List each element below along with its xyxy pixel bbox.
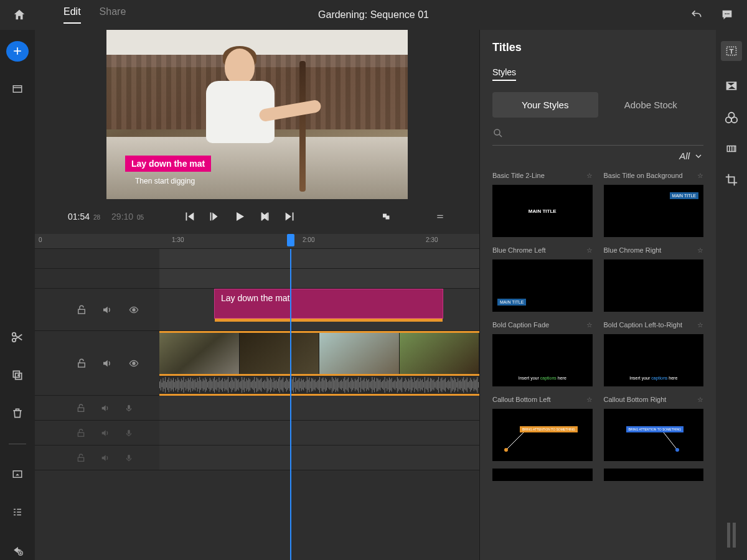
mute-icon[interactable] (100, 428, 111, 438)
time-current: 01:54 28 (68, 212, 100, 222)
expand-panel-icon[interactable] (6, 464, 29, 484)
style-item[interactable]: Basic Title on Background☆ MAIN TITLE (604, 170, 704, 237)
lock-icon[interactable] (76, 304, 87, 316)
project-panel-icon[interactable] (6, 79, 29, 100)
skip-forward-icon[interactable] (283, 210, 297, 223)
audio-meters-icon[interactable] (726, 523, 737, 548)
step-back-icon[interactable] (207, 210, 221, 223)
mute-icon[interactable] (101, 358, 113, 369)
skip-back-icon[interactable] (182, 210, 196, 223)
style-item[interactable]: Bold Caption Left-to-Right☆ Insert your … (604, 319, 704, 386)
style-item[interactable]: Bold Caption Fade☆ Insert your captions … (492, 319, 593, 386)
timeline-ruler[interactable]: 0 1:30 2:00 2:30 (35, 234, 479, 249)
svg-rect-172 (337, 378, 338, 392)
seg-adobe-stock[interactable]: Adobe Stock (598, 92, 704, 118)
svg-rect-216 (388, 380, 388, 390)
step-forward-icon[interactable] (258, 210, 272, 223)
style-item[interactable]: Callout Bottom Left☆ BRING ATTENTION TO … (492, 394, 593, 461)
undo-icon[interactable] (689, 9, 704, 21)
svg-rect-46 (194, 380, 194, 390)
svg-rect-56 (205, 378, 205, 393)
mic-icon[interactable] (125, 427, 133, 439)
favorite-icon[interactable]: ☆ (697, 246, 703, 254)
crop-icon[interactable] (725, 173, 738, 187)
svg-rect-299 (128, 430, 130, 434)
svg-rect-164 (329, 381, 329, 389)
home-icon[interactable] (12, 8, 26, 22)
favorite-icon[interactable]: ☆ (697, 396, 703, 404)
svg-rect-233 (407, 381, 408, 388)
style-item[interactable]: Blue Chrome Left☆ MAIN TITLE (492, 245, 593, 312)
svg-rect-49 (197, 378, 198, 392)
style-item[interactable] (604, 469, 704, 481)
search-row[interactable] (492, 128, 703, 146)
visibility-icon[interactable] (127, 305, 141, 315)
search-icon (492, 128, 504, 139)
play-icon[interactable] (232, 209, 247, 224)
trash-icon[interactable] (6, 403, 29, 424)
playhead[interactable] (290, 249, 291, 560)
svg-rect-21 (165, 377, 166, 393)
lock-icon[interactable] (76, 427, 86, 439)
duplicate-icon[interactable] (6, 365, 29, 386)
lock-icon[interactable] (76, 452, 86, 464)
visibility-icon[interactable] (127, 358, 141, 368)
audio-waveform[interactable] (159, 376, 479, 396)
mic-icon[interactable] (125, 452, 133, 464)
svg-rect-188 (356, 380, 357, 390)
favorite-icon[interactable]: ☆ (586, 321, 593, 329)
style-item[interactable]: Callout Bottom Right☆ BRING ATTENTION TO… (604, 394, 704, 461)
svg-rect-44 (191, 381, 192, 388)
svg-rect-175 (341, 380, 342, 390)
svg-rect-211 (382, 381, 383, 389)
favorite-icon[interactable]: ☆ (697, 321, 703, 329)
svg-rect-89 (243, 380, 243, 390)
favorite-icon[interactable]: ☆ (586, 246, 593, 254)
svg-rect-254 (431, 379, 432, 391)
mic-icon[interactable] (125, 402, 133, 414)
grip-icon[interactable] (434, 212, 446, 221)
comment-icon[interactable] (720, 8, 735, 22)
subtab-styles[interactable]: Styles (492, 67, 516, 81)
left-toolbar (0, 30, 35, 560)
mute-icon[interactable] (101, 304, 113, 315)
favorite-icon[interactable]: ☆ (697, 172, 703, 180)
audio-track-2 (35, 421, 479, 446)
style-item[interactable]: Blue Chrome Right☆ (604, 245, 704, 312)
svg-rect-64 (214, 377, 215, 393)
add-media-button[interactable] (6, 41, 29, 62)
svg-rect-110 (267, 377, 268, 393)
tab-share[interactable]: Share (100, 6, 126, 24)
lock-icon[interactable] (76, 403, 86, 414)
speed-icon[interactable] (725, 143, 738, 154)
svg-rect-245 (421, 380, 421, 390)
track-list-icon[interactable] (6, 502, 29, 522)
color-icon[interactable] (725, 111, 738, 124)
filter-label[interactable]: All (679, 151, 690, 161)
tab-edit[interactable]: Edit (63, 6, 81, 24)
add-marker-icon[interactable] (6, 539, 29, 560)
preview-monitor[interactable]: Lay down the mat Then start digging (106, 30, 408, 199)
timeline[interactable]: 0 1:30 2:00 2:30 Lay dow (35, 234, 479, 560)
search-input[interactable] (509, 128, 703, 138)
lock-icon[interactable] (76, 357, 87, 370)
svg-line-305 (664, 432, 677, 450)
svg-rect-221 (393, 381, 394, 389)
titles-tool-icon[interactable] (721, 41, 742, 61)
transitions-icon[interactable] (725, 80, 738, 92)
favorite-icon[interactable]: ☆ (586, 396, 593, 404)
scissors-icon[interactable] (6, 327, 29, 348)
chevron-down-icon[interactable] (693, 151, 703, 161)
svg-rect-241 (416, 380, 417, 390)
seg-your-styles[interactable]: Your Styles (492, 92, 598, 118)
mute-icon[interactable] (100, 453, 111, 463)
svg-rect-134 (294, 382, 295, 388)
mute-icon[interactable] (100, 403, 111, 413)
svg-rect-101 (256, 378, 257, 393)
style-item[interactable] (492, 469, 593, 481)
fullscreen-icon[interactable] (380, 211, 393, 222)
video-clip[interactable] (159, 331, 479, 376)
title-clip[interactable]: Lay down the mat (214, 289, 443, 319)
style-item[interactable]: Basic Title 2-Line☆ MAIN TITLE (492, 170, 593, 237)
favorite-icon[interactable]: ☆ (586, 172, 593, 180)
